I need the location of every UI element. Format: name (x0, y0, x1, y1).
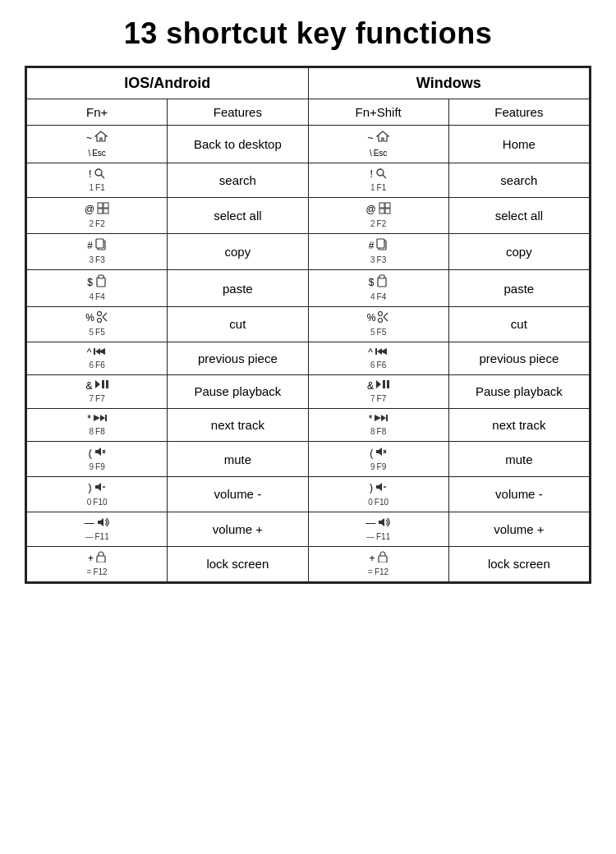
ios-feature-cell: copy (168, 233, 308, 270)
svg-rect-7 (103, 209, 108, 214)
svg-point-0 (95, 169, 102, 176)
svg-marker-46 (375, 415, 381, 421)
win-key-cell: ^ 6 F6 (308, 342, 448, 375)
svg-rect-4 (98, 203, 103, 208)
win-feature-cell: previous piece (448, 342, 589, 375)
win-feature-cell: Home (448, 126, 589, 163)
ios-key-cell: ( 9 F9 (27, 442, 168, 477)
svg-rect-37 (102, 380, 104, 388)
ios-section-header: IOS/Android (27, 68, 309, 99)
win-feature-cell: mute (448, 442, 589, 477)
svg-line-1 (101, 175, 104, 178)
svg-marker-36 (95, 380, 100, 388)
win-feature-cell: cut (448, 306, 589, 342)
ios-key-cell: + = F12 (27, 547, 168, 582)
svg-marker-44 (100, 415, 105, 421)
ios-feature-cell: volume + (168, 512, 308, 547)
win-feature-cell: lock screen (448, 547, 589, 582)
svg-point-22 (97, 318, 101, 322)
win-key-cell: * 8 F8 (308, 408, 448, 442)
win-feature-cell: next track (448, 408, 589, 442)
svg-rect-8 (379, 203, 384, 208)
svg-marker-31 (95, 348, 100, 355)
win-key-cell: % 5 F5 (308, 306, 448, 342)
table-row: + = F12 lock screen + = F12 lo (27, 547, 590, 582)
ios-feature-cell: Pause playback (168, 375, 308, 409)
table-row: ) 0 F10 volume - ) 0 F10 volum (27, 476, 590, 512)
svg-rect-38 (106, 380, 108, 388)
table-row: ! 1 F1 search ! 1 F1 search (27, 163, 590, 198)
table-row: ~ \ Esc Back to desktop ~ (27, 126, 590, 163)
svg-marker-59 (379, 518, 384, 526)
svg-marker-48 (95, 448, 101, 456)
ios-key-cell: ~ \ Esc (27, 126, 168, 163)
win-key-cell: $ 4 F4 (308, 270, 448, 307)
ios-feature-cell: paste (168, 270, 308, 307)
ios-key-cell: * 8 F8 (27, 408, 168, 442)
svg-rect-17 (99, 275, 103, 278)
svg-point-2 (377, 169, 384, 176)
ios-key-cell: # 3 F3 (27, 233, 168, 270)
svg-rect-11 (385, 209, 390, 214)
svg-line-21 (103, 317, 107, 321)
table-row: — — F11 volume + — — F11 volum (27, 512, 590, 547)
svg-rect-9 (385, 203, 390, 208)
svg-marker-47 (381, 415, 386, 421)
table-row: ^ 6 F6 previous piece ^ 6 F6 p (27, 342, 590, 375)
svg-rect-42 (105, 415, 107, 421)
svg-rect-45 (386, 415, 388, 421)
features-subheader: Features (168, 99, 308, 126)
svg-rect-6 (98, 209, 103, 214)
svg-rect-19 (379, 275, 384, 278)
svg-point-26 (379, 318, 383, 322)
ios-feature-cell: volume - (168, 476, 308, 512)
svg-rect-16 (97, 278, 105, 287)
table-row: & 7 F7 Pause playback & 7 F7 P (27, 375, 590, 409)
svg-rect-41 (387, 380, 389, 388)
svg-rect-61 (379, 556, 387, 562)
svg-rect-13 (96, 239, 103, 248)
win-feature-cell: copy (448, 233, 589, 270)
svg-rect-28 (94, 348, 95, 355)
svg-marker-35 (377, 348, 382, 355)
win-key-cell: ! 1 F1 (308, 163, 448, 198)
table-row: @ 2 F2 select all @ 2 F2 selec (27, 198, 590, 234)
table-row: * 8 F8 next track * 8 F8 next (27, 408, 590, 442)
svg-marker-54 (95, 483, 101, 491)
ios-feature-cell: lock screen (168, 547, 308, 582)
svg-rect-60 (97, 556, 105, 562)
ios-feature-cell: search (168, 163, 308, 198)
table-row: # 3 F3 copy # 3 F3 copy (27, 233, 590, 270)
table-row: % 5 F5 cut % 5 F5 cut (27, 306, 590, 342)
win-key-cell: + = F12 (308, 547, 448, 582)
ios-key-cell: $ 4 F4 (27, 270, 168, 307)
svg-marker-51 (376, 448, 382, 456)
win-feature-cell: volume + (448, 512, 589, 547)
win-key-cell: # 3 F3 (308, 233, 448, 270)
svg-rect-15 (377, 239, 384, 248)
svg-rect-18 (378, 278, 386, 287)
windows-section-header: Windows (308, 68, 590, 99)
ios-key-cell: % 5 F5 (27, 306, 168, 342)
win-key-cell: — — F11 (308, 512, 448, 547)
win-key-cell: & 7 F7 (308, 375, 448, 409)
svg-line-24 (384, 313, 388, 317)
win-feature-cell: paste (448, 270, 589, 307)
ios-feature-cell: select all (168, 198, 308, 234)
svg-marker-56 (376, 483, 382, 491)
svg-marker-58 (98, 518, 103, 526)
fn-subheader: Fn+ (27, 99, 168, 126)
win-key-cell: ( 9 F9 (308, 442, 448, 477)
svg-rect-32 (375, 348, 377, 355)
svg-marker-43 (94, 415, 100, 421)
win-feature-cell: volume - (448, 476, 589, 512)
win-key-cell: ) 0 F10 (308, 476, 448, 512)
table-row: $ 4 F4 paste $ 4 F4 paste (27, 270, 590, 307)
win-feature-cell: search (448, 163, 589, 198)
ios-key-cell: @ 2 F2 (27, 198, 168, 234)
ios-key-cell: ^ 6 F6 (27, 342, 168, 375)
svg-line-20 (103, 313, 107, 317)
svg-rect-5 (103, 203, 108, 208)
win-feature-cell: Pause playback (448, 375, 589, 409)
ios-feature-cell: mute (168, 442, 308, 477)
